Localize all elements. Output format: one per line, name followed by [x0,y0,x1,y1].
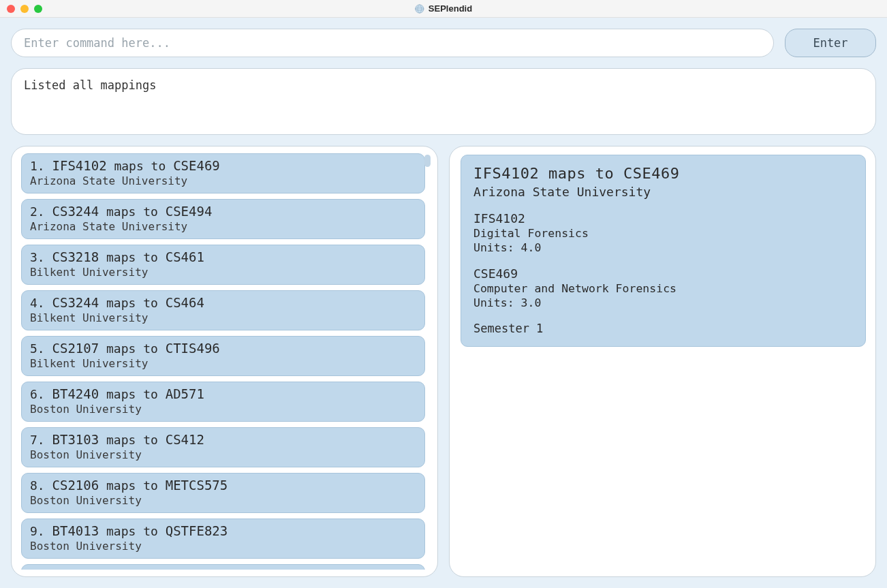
detail-local-code: IFS4102 [473,211,853,226]
mapping-list-item-university: Arizona State University [30,220,416,233]
detail-partner-name: Computer and Network Forensics [473,282,853,295]
app-body: Enter Listed all mappings 1. IFS4102 map… [0,18,887,588]
mapping-list-item[interactable]: 8. CS2106 maps to METCS575Boston Univers… [21,473,425,513]
mapping-list-item-university: Bilkent University [30,266,416,279]
mapping-list-item-title: 1. IFS4102 maps to CSE469 [30,158,416,173]
mapping-list-item-title: 6. BT4240 maps to AD571 [30,386,416,401]
mapping-list-item[interactable]: 6. BT4240 maps to AD571Boston University [21,382,425,422]
mapping-list-item-title: 4. CS3244 maps to CS464 [30,295,416,310]
mapping-list-item-title: 8. CS2106 maps to METCS575 [30,478,416,493]
output-box: Listed all mappings [11,68,876,135]
command-row: Enter [11,29,876,57]
detail-partner-code: CSE469 [473,266,853,281]
detail-local-name: Digital Forensics [473,227,853,240]
mapping-list-item[interactable]: 4. CS3244 maps to CS464Bilkent Universit… [21,290,425,330]
detail-university: Arizona State University [473,185,853,199]
window-title-group: SEPlendid [415,3,472,14]
panels: 1. IFS4102 maps to CSE469Arizona State U… [11,146,876,577]
window-controls [0,5,42,13]
mapping-list-item-title: 5. CS2107 maps to CTIS496 [30,341,416,356]
detail-local-units: Units: 4.0 [473,241,853,254]
mapping-list-item-university: Bilkent University [30,311,416,324]
mapping-list-item[interactable]: 2. CS3244 maps to CSE494Arizona State Un… [21,199,425,239]
mapping-list-item-title: 3. CS3218 maps to CS461 [30,249,416,264]
mappings-list[interactable]: 1. IFS4102 maps to CSE469Arizona State U… [21,153,432,570]
close-window-button[interactable] [7,5,15,13]
mappings-list-panel: 1. IFS4102 maps to CSE469Arizona State U… [11,146,438,577]
mapping-list-item-university: Bilkent University [30,357,416,370]
detail-panel: IFS4102 maps to CSE469 Arizona State Uni… [449,146,876,577]
mapping-list-item[interactable]: 10. CS1010S maps to COSI10ABrandeis Univ… [21,564,425,570]
mapping-list-item-title: 10. CS1010S maps to COSI10A [30,569,416,570]
mapping-list-item-title: 9. BT4013 maps to QSTFE823 [30,523,416,538]
minimize-window-button[interactable] [20,5,29,13]
mapping-list-item[interactable]: 9. BT4013 maps to QSTFE823Boston Univers… [21,519,425,559]
mapping-list-item-title: 7. BT3103 maps to CS412 [30,432,416,447]
command-input[interactable] [11,29,774,57]
mapping-list-item-university: Boston University [30,403,416,416]
scrollbar-thumb[interactable] [424,155,431,167]
detail-local-block: IFS4102 Digital Forensics Units: 4.0 [473,211,853,254]
mapping-list-item[interactable]: 1. IFS4102 maps to CSE469Arizona State U… [21,153,425,194]
mapping-list-item-university: Boston University [30,494,416,507]
mapping-list-item-university: Boston University [30,448,416,461]
mapping-list-item[interactable]: 3. CS3218 maps to CS461Bilkent Universit… [21,245,425,285]
mapping-list-item-university: Boston University [30,540,416,553]
detail-semester: Semester 1 [473,322,853,335]
detail-partner-units: Units: 3.0 [473,296,853,309]
mapping-list-item-title: 2. CS3244 maps to CSE494 [30,204,416,219]
detail-title: IFS4102 maps to CSE469 [473,165,853,182]
mapping-list-item[interactable]: 5. CS2107 maps to CTIS496Bilkent Univers… [21,336,425,376]
detail-partner-block: CSE469 Computer and Network Forensics Un… [473,266,853,309]
maximize-window-button[interactable] [34,5,42,13]
enter-button[interactable]: Enter [785,29,876,57]
titlebar: SEPlendid [0,0,887,18]
mapping-detail-card: IFS4102 maps to CSE469 Arizona State Uni… [461,155,866,347]
window-title: SEPlendid [429,3,472,14]
mapping-list-item[interactable]: 7. BT3103 maps to CS412Boston University [21,427,425,467]
globe-icon [415,4,424,14]
mapping-list-item-university: Arizona State University [30,174,416,187]
